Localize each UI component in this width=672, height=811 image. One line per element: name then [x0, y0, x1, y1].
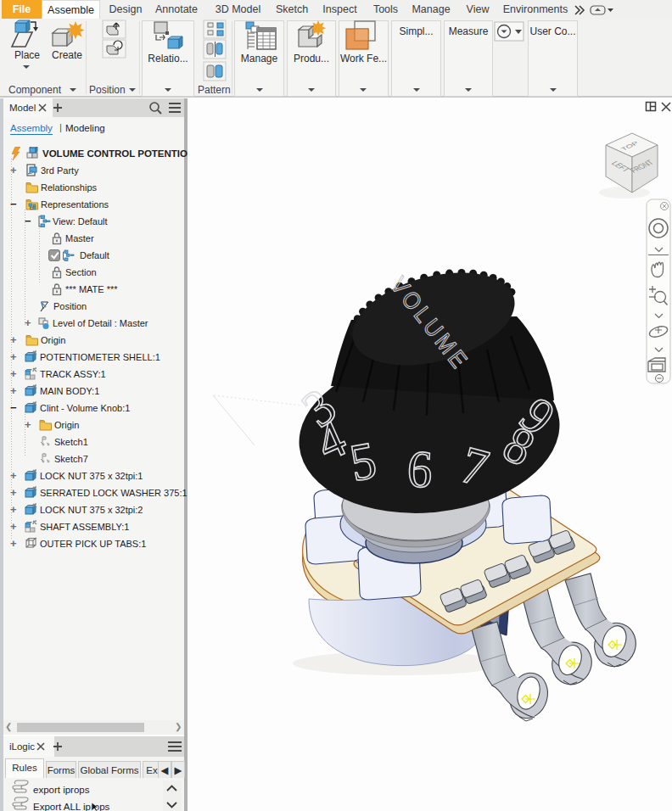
svg-text:6: 6	[406, 439, 434, 499]
